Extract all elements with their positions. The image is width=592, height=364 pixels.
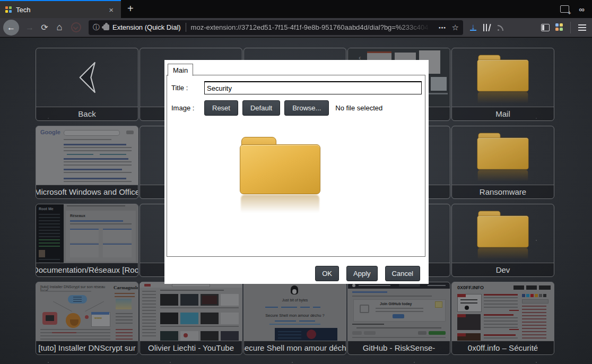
gh-hero: [353, 299, 446, 322]
dial-tile-mail[interactable]: Mail: [451, 48, 554, 121]
diagram-block-dot: [85, 315, 89, 319]
penguin-belly: [292, 289, 297, 294]
social-rss: [535, 294, 538, 297]
home-button[interactable]: ⌂: [52, 22, 67, 33]
sidebar-button[interactable]: [538, 21, 552, 34]
no-file-selected-text: No file selected: [335, 104, 382, 112]
carmagnole-brand: Carmagnole: [114, 285, 138, 290]
tile-label: Ransomware: [452, 185, 554, 198]
diagram-orange: [66, 313, 81, 328]
browse-button[interactable]: Browse...: [284, 100, 329, 116]
gh-hero-icon: [360, 305, 369, 313]
tile-label: Mail: [452, 107, 554, 120]
url-bar[interactable]: ⓘ Extension (Quick Dial) moz-extension:/…: [89, 20, 463, 35]
dial-tile-secure-shell[interactable]: Just bit of bytes Secure Shell mon amour…: [243, 282, 346, 355]
dial-tile-ransomware[interactable]: Ransomware: [451, 126, 554, 199]
yt-search: [172, 284, 210, 287]
dial-tile-dev[interactable]: Dev: [451, 204, 554, 277]
dial-tile-dnscrypt[interactable]: [tuto] Installer DNScrypt sur son réseau…: [36, 282, 138, 355]
edit-dial-dialog: Main Title : Image : Reset Default Brows…: [164, 60, 429, 284]
deco-link: [299, 320, 315, 322]
urlbar-divider: [186, 23, 186, 32]
rss-button[interactable]: [494, 21, 508, 34]
gh-hero-badge: [435, 301, 442, 308]
url-text[interactable]: moz-extension://3712ed51-7f15-4f1f-9e8b-…: [191, 23, 431, 31]
deco-card: [70, 229, 99, 242]
carmagnole-image: [116, 299, 132, 309]
deco: [460, 299, 477, 305]
yt-video: [201, 294, 219, 306]
deco: [359, 285, 390, 286]
yt-video: [180, 294, 198, 306]
deco: [100, 154, 126, 155]
yt-video: [201, 331, 219, 341]
tab-close-icon[interactable]: ×: [107, 4, 116, 15]
folder-icon: [477, 129, 528, 183]
deco: [40, 291, 91, 292]
deco-title: [484, 334, 516, 336]
deco: [39, 259, 60, 263]
deco: [67, 205, 125, 207]
dialog-tab-main[interactable]: Main: [168, 64, 193, 76]
deco-link: [275, 320, 296, 322]
page-actions-icon[interactable]: ⋯: [439, 23, 447, 32]
dial-tile-github[interactable]: Join GitHub today GitHub - RiskSense-: [347, 282, 450, 355]
deco-link: [281, 307, 297, 308]
deco-line: [53, 301, 72, 312]
dial-tile-ms-windows-office[interactable]: Google Microsoft Windows and Office: [36, 126, 138, 199]
search-box: [64, 130, 120, 136]
diagram-orange-slice: [70, 319, 79, 326]
dial-tile-rootme[interactable]: Root Me Réseaux Documentation/Réseau: [36, 204, 138, 277]
deco-link: [509, 310, 519, 311]
cancel-button[interactable]: Cancel: [385, 266, 420, 281]
tile-label: Back: [36, 107, 138, 120]
deco: [39, 214, 60, 237]
image-preview: [240, 132, 320, 215]
deco-card: [70, 244, 99, 257]
google-logo: Google: [40, 129, 60, 135]
dial-tile-back[interactable]: Back: [36, 48, 138, 121]
back-chevron-icon: [75, 61, 99, 94]
yt-logo: [144, 284, 151, 287]
quickdial-page: Back ‹: [0, 38, 592, 364]
deco: [465, 306, 469, 310]
mini-thumb: [431, 77, 447, 91]
tile-label: Olivier Liechti - YouTube: [140, 341, 242, 354]
yt-video: [160, 313, 178, 324]
deco-link: [70, 220, 123, 222]
quickdial-extension-button[interactable]: [552, 21, 566, 34]
reset-button[interactable]: Reset: [204, 100, 238, 116]
title-input[interactable]: [204, 81, 422, 94]
deco: [64, 172, 132, 175]
oxoff-nav: [526, 285, 537, 290]
mask-icon[interactable]: ∞: [579, 5, 585, 14]
bookmark-star-icon[interactable]: ☆: [452, 23, 459, 32]
deco-link: [300, 307, 310, 308]
deco-link: [64, 158, 128, 160]
image-field-label: Image :: [171, 104, 204, 112]
dial-tile-0x0ff[interactable]: 0X0FF.INFO: [451, 282, 554, 355]
page-info-icon[interactable]: ⓘ: [93, 23, 100, 32]
tab-title: Tech: [16, 6, 107, 14]
titlebar: Tech × + ∞: [0, 0, 592, 18]
downloads-button[interactable]: ↓: [466, 21, 480, 34]
gh-hero-title: Join GitHub today: [380, 302, 412, 306]
folder-icon: [477, 207, 528, 261]
apply-button[interactable]: Apply: [346, 266, 378, 281]
library-button[interactable]: [480, 21, 494, 34]
deco: [64, 147, 132, 152]
tile-label: Documentation/Réseaux [Root: [36, 263, 138, 276]
gh-clone-button: [429, 331, 446, 335]
default-button[interactable]: Default: [242, 100, 280, 116]
new-window-icon[interactable]: [560, 5, 569, 13]
browser-tab[interactable]: Tech ×: [0, 0, 121, 18]
deco: [352, 324, 384, 325]
ok-button[interactable]: OK: [315, 266, 339, 281]
back-button[interactable]: ←: [3, 20, 19, 36]
deco: [64, 161, 132, 166]
new-tab-button[interactable]: +: [121, 0, 140, 18]
reload-button[interactable]: ⟳: [37, 22, 52, 32]
deco-link: [265, 307, 278, 308]
menu-button[interactable]: [575, 21, 589, 34]
dial-tile-youtube[interactable]: Olivier Liechti - YouTube: [140, 282, 242, 355]
